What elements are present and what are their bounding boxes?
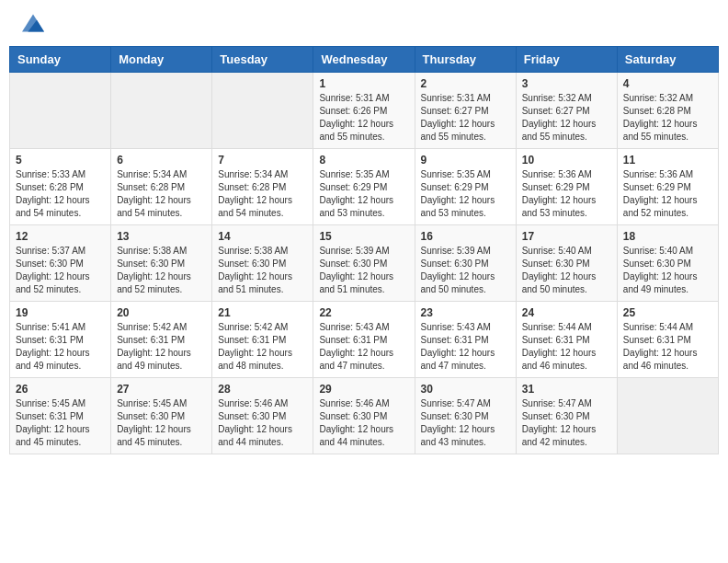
calendar-cell: 13Sunrise: 5:38 AM Sunset: 6:30 PM Dayli… (111, 225, 212, 302)
cell-content: Sunrise: 5:47 AM Sunset: 6:30 PM Dayligh… (522, 397, 611, 449)
cell-content: Sunrise: 5:31 AM Sunset: 6:27 PM Dayligh… (421, 92, 510, 144)
day-number: 8 (319, 154, 408, 167)
calendar-cell: 5Sunrise: 5:33 AM Sunset: 6:28 PM Daylig… (10, 149, 111, 225)
cell-content: Sunrise: 5:42 AM Sunset: 6:31 PM Dayligh… (218, 321, 307, 373)
cell-content: Sunrise: 5:44 AM Sunset: 6:31 PM Dayligh… (623, 321, 712, 373)
day-header-friday: Friday (516, 47, 617, 73)
day-header-wednesday: Wednesday (313, 47, 415, 73)
cell-content: Sunrise: 5:35 AM Sunset: 6:29 PM Dayligh… (319, 168, 408, 220)
cell-content: Sunrise: 5:35 AM Sunset: 6:29 PM Dayligh… (421, 168, 510, 220)
day-header-saturday: Saturday (617, 47, 718, 73)
day-number: 9 (421, 154, 510, 167)
day-number: 1 (319, 77, 408, 90)
cell-content: Sunrise: 5:31 AM Sunset: 6:26 PM Dayligh… (319, 92, 408, 144)
cell-content: Sunrise: 5:43 AM Sunset: 6:31 PM Dayligh… (421, 321, 510, 373)
cell-content: Sunrise: 5:40 AM Sunset: 6:30 PM Dayligh… (522, 245, 611, 296)
calendar-cell: 22Sunrise: 5:43 AM Sunset: 6:31 PM Dayli… (313, 302, 415, 378)
day-number: 17 (522, 230, 611, 243)
calendar-cell: 14Sunrise: 5:38 AM Sunset: 6:30 PM Dayli… (212, 225, 313, 302)
calendar-cell (111, 73, 212, 149)
day-number: 25 (623, 306, 712, 319)
calendar-cell: 25Sunrise: 5:44 AM Sunset: 6:31 PM Dayli… (617, 302, 718, 378)
calendar-cell: 30Sunrise: 5:47 AM Sunset: 6:30 PM Dayli… (415, 378, 516, 454)
cell-content: Sunrise: 5:32 AM Sunset: 6:28 PM Dayligh… (623, 92, 712, 144)
calendar-cell: 11Sunrise: 5:36 AM Sunset: 6:29 PM Dayli… (617, 149, 718, 225)
cell-content: Sunrise: 5:36 AM Sunset: 6:29 PM Dayligh… (623, 168, 712, 220)
day-number: 29 (319, 383, 408, 396)
day-number: 10 (522, 154, 611, 167)
day-number: 31 (522, 383, 611, 396)
calendar-cell: 16Sunrise: 5:39 AM Sunset: 6:30 PM Dayli… (415, 225, 516, 302)
cell-content: Sunrise: 5:34 AM Sunset: 6:28 PM Dayligh… (218, 168, 307, 220)
day-number: 20 (117, 306, 206, 319)
day-number: 3 (522, 77, 611, 90)
calendar-cell: 8Sunrise: 5:35 AM Sunset: 6:29 PM Daylig… (313, 149, 415, 225)
cell-content: Sunrise: 5:41 AM Sunset: 6:31 PM Dayligh… (16, 321, 105, 373)
calendar-week-1: 1Sunrise: 5:31 AM Sunset: 6:26 PM Daylig… (10, 73, 719, 149)
cell-content: Sunrise: 5:45 AM Sunset: 6:30 PM Dayligh… (117, 397, 206, 449)
cell-content: Sunrise: 5:32 AM Sunset: 6:27 PM Dayligh… (522, 92, 611, 144)
calendar-cell: 29Sunrise: 5:46 AM Sunset: 6:30 PM Dayli… (313, 378, 415, 454)
day-number: 13 (117, 230, 206, 243)
cell-content: Sunrise: 5:38 AM Sunset: 6:30 PM Dayligh… (117, 245, 206, 296)
cell-content: Sunrise: 5:34 AM Sunset: 6:28 PM Dayligh… (117, 168, 206, 220)
calendar-cell: 15Sunrise: 5:39 AM Sunset: 6:30 PM Dayli… (313, 225, 415, 302)
day-header-monday: Monday (111, 47, 212, 73)
day-number: 12 (16, 230, 105, 243)
calendar-cell: 1Sunrise: 5:31 AM Sunset: 6:26 PM Daylig… (313, 73, 415, 149)
day-number: 6 (117, 154, 206, 167)
calendar-cell: 28Sunrise: 5:46 AM Sunset: 6:30 PM Dayli… (212, 378, 313, 454)
day-number: 18 (623, 230, 712, 243)
calendar-cell: 21Sunrise: 5:42 AM Sunset: 6:31 PM Dayli… (212, 302, 313, 378)
calendar-cell: 18Sunrise: 5:40 AM Sunset: 6:30 PM Dayli… (617, 225, 718, 302)
cell-content: Sunrise: 5:40 AM Sunset: 6:30 PM Dayligh… (623, 245, 712, 296)
cell-content: Sunrise: 5:42 AM Sunset: 6:31 PM Dayligh… (117, 321, 206, 373)
calendar-body: 1Sunrise: 5:31 AM Sunset: 6:26 PM Daylig… (10, 73, 719, 454)
cell-content: Sunrise: 5:38 AM Sunset: 6:30 PM Dayligh… (218, 245, 307, 296)
logo (18, 14, 44, 32)
calendar-cell: 2Sunrise: 5:31 AM Sunset: 6:27 PM Daylig… (415, 73, 516, 149)
day-number: 7 (218, 154, 307, 167)
calendar-cell: 23Sunrise: 5:43 AM Sunset: 6:31 PM Dayli… (415, 302, 516, 378)
calendar-cell: 3Sunrise: 5:32 AM Sunset: 6:27 PM Daylig… (516, 73, 617, 149)
calendar-header-row: SundayMondayTuesdayWednesdayThursdayFrid… (10, 47, 719, 73)
logo-icon (22, 14, 44, 32)
day-number: 30 (421, 383, 510, 396)
day-number: 14 (218, 230, 307, 243)
day-number: 27 (117, 383, 206, 396)
day-number: 4 (623, 77, 712, 90)
calendar-cell (617, 378, 718, 454)
day-header-thursday: Thursday (415, 47, 516, 73)
day-number: 26 (16, 383, 105, 396)
cell-content: Sunrise: 5:33 AM Sunset: 6:28 PM Dayligh… (16, 168, 105, 220)
page-header (9, 9, 719, 37)
cell-content: Sunrise: 5:46 AM Sunset: 6:30 PM Dayligh… (218, 397, 307, 449)
cell-content: Sunrise: 5:39 AM Sunset: 6:30 PM Dayligh… (319, 245, 408, 296)
cell-content: Sunrise: 5:36 AM Sunset: 6:29 PM Dayligh… (522, 168, 611, 220)
calendar-week-3: 12Sunrise: 5:37 AM Sunset: 6:30 PM Dayli… (10, 225, 719, 302)
calendar-cell: 20Sunrise: 5:42 AM Sunset: 6:31 PM Dayli… (111, 302, 212, 378)
cell-content: Sunrise: 5:46 AM Sunset: 6:30 PM Dayligh… (319, 397, 408, 449)
calendar-week-2: 5Sunrise: 5:33 AM Sunset: 6:28 PM Daylig… (10, 149, 719, 225)
cell-content: Sunrise: 5:45 AM Sunset: 6:31 PM Dayligh… (16, 397, 105, 449)
cell-content: Sunrise: 5:43 AM Sunset: 6:31 PM Dayligh… (319, 321, 408, 373)
day-number: 16 (421, 230, 510, 243)
calendar-cell: 4Sunrise: 5:32 AM Sunset: 6:28 PM Daylig… (617, 73, 718, 149)
day-number: 21 (218, 306, 307, 319)
calendar-cell: 17Sunrise: 5:40 AM Sunset: 6:30 PM Dayli… (516, 225, 617, 302)
cell-content: Sunrise: 5:37 AM Sunset: 6:30 PM Dayligh… (16, 245, 105, 296)
day-number: 22 (319, 306, 408, 319)
calendar-week-4: 19Sunrise: 5:41 AM Sunset: 6:31 PM Dayli… (10, 302, 719, 378)
calendar-cell: 7Sunrise: 5:34 AM Sunset: 6:28 PM Daylig… (212, 149, 313, 225)
calendar-cell: 6Sunrise: 5:34 AM Sunset: 6:28 PM Daylig… (111, 149, 212, 225)
calendar-cell: 19Sunrise: 5:41 AM Sunset: 6:31 PM Dayli… (10, 302, 111, 378)
calendar-cell: 12Sunrise: 5:37 AM Sunset: 6:30 PM Dayli… (10, 225, 111, 302)
day-header-sunday: Sunday (10, 47, 111, 73)
calendar-cell: 9Sunrise: 5:35 AM Sunset: 6:29 PM Daylig… (415, 149, 516, 225)
day-number: 15 (319, 230, 408, 243)
calendar-cell: 27Sunrise: 5:45 AM Sunset: 6:30 PM Dayli… (111, 378, 212, 454)
calendar-cell (10, 73, 111, 149)
day-number: 24 (522, 306, 611, 319)
calendar-cell: 31Sunrise: 5:47 AM Sunset: 6:30 PM Dayli… (516, 378, 617, 454)
day-header-tuesday: Tuesday (212, 47, 313, 73)
